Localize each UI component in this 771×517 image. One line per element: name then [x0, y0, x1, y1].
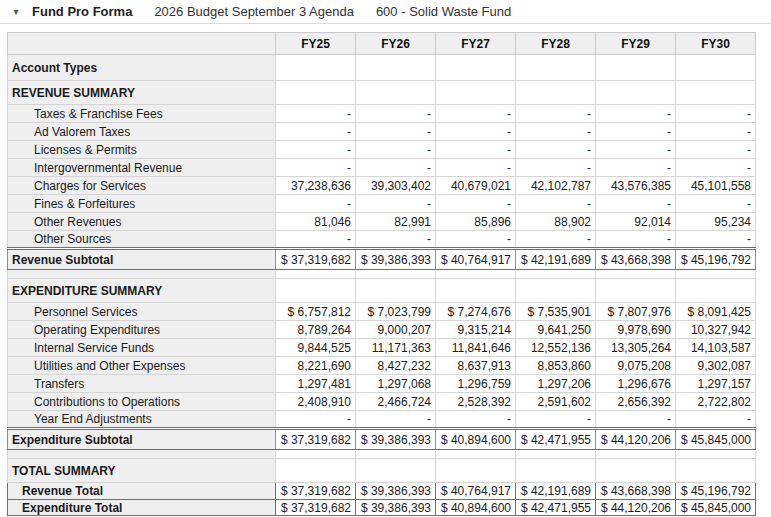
row-label: Other Sources: [8, 231, 276, 249]
value-cell: [596, 459, 676, 483]
value-cell: -: [356, 195, 436, 213]
value-cell: 9,315,214: [436, 321, 516, 339]
value-cell: $ 44,120,206: [596, 500, 676, 517]
value-cell: $ 40,894,600: [436, 500, 516, 517]
value-cell: $ 45,845,000: [676, 429, 756, 450]
table-row: Personnel Services$ 6,757,812$ 7,023,799…: [8, 303, 756, 321]
value-cell: $ 42,471,955: [516, 429, 596, 450]
row-label: Account Types: [8, 55, 276, 81]
value-cell: 11,841,646: [436, 339, 516, 357]
row-label: Personnel Services: [8, 303, 276, 321]
column-header: FY25: [276, 33, 356, 55]
value-cell: 1,296,759: [436, 375, 516, 393]
value-cell: 88,902: [516, 213, 596, 231]
value-cell: [276, 270, 356, 279]
row-label: REVENUE SUMMARY: [8, 81, 276, 105]
value-cell: 1,297,068: [356, 375, 436, 393]
value-cell: $ 7,807,976: [596, 303, 676, 321]
table-row: Charges for Services37,238,63639,303,402…: [8, 177, 756, 195]
value-cell: $ 6,757,812: [276, 303, 356, 321]
value-cell: 40,679,021: [436, 177, 516, 195]
value-cell: [356, 279, 436, 303]
row-label: Taxes & Franchise Fees: [8, 105, 276, 123]
value-cell: [676, 459, 756, 483]
value-cell: -: [516, 141, 596, 159]
value-cell: [516, 81, 596, 105]
page-title: Fund Pro Forma: [32, 4, 132, 19]
value-cell: -: [516, 411, 596, 429]
value-cell: 1,297,481: [276, 375, 356, 393]
table-row: EXPENDITURE SUMMARY: [8, 279, 756, 303]
value-cell: 81,046: [276, 213, 356, 231]
value-cell: -: [596, 105, 676, 123]
value-cell: $ 40,764,917: [436, 249, 516, 270]
value-cell: -: [516, 105, 596, 123]
value-cell: [276, 81, 356, 105]
row-label: Expenditure Subtotal: [8, 429, 276, 450]
value-cell: 42,102,787: [516, 177, 596, 195]
table-row: Year End Adjustments------: [8, 411, 756, 429]
corner-cell: [8, 33, 276, 55]
table-row: Revenue Subtotal$ 37,319,682$ 39,386,393…: [8, 249, 756, 270]
row-label: Internal Service Funds: [8, 339, 276, 357]
table-row: TOTAL SUMMARY: [8, 459, 756, 483]
value-cell: -: [436, 105, 516, 123]
value-cell: [676, 279, 756, 303]
value-cell: -: [596, 159, 676, 177]
value-cell: [596, 55, 676, 81]
value-cell: -: [436, 123, 516, 141]
value-cell: -: [356, 231, 436, 249]
table-row: Ad Valorem Taxes------: [8, 123, 756, 141]
row-label: [8, 270, 276, 279]
value-cell: 14,103,587: [676, 339, 756, 357]
column-header: FY30: [676, 33, 756, 55]
table-row: Utilities and Other Expenses8,221,6908,4…: [8, 357, 756, 375]
column-header: FY29: [596, 33, 676, 55]
value-cell: 9,302,087: [676, 357, 756, 375]
row-label: TOTAL SUMMARY: [8, 459, 276, 483]
value-cell: [276, 279, 356, 303]
collapse-section-icon[interactable]: ▾: [8, 7, 24, 17]
value-cell: -: [356, 141, 436, 159]
value-cell: -: [436, 195, 516, 213]
value-cell: $ 37,319,682: [276, 500, 356, 517]
value-cell: -: [436, 231, 516, 249]
value-cell: -: [676, 411, 756, 429]
value-cell: 2,466,724: [356, 393, 436, 411]
value-cell: 1,297,206: [516, 375, 596, 393]
value-cell: $ 42,191,689: [516, 249, 596, 270]
value-cell: [436, 279, 516, 303]
row-label: Utilities and Other Expenses: [8, 357, 276, 375]
value-cell: [516, 270, 596, 279]
value-cell: 2,591,602: [516, 393, 596, 411]
value-cell: $ 8,091,425: [676, 303, 756, 321]
value-cell: -: [276, 195, 356, 213]
value-cell: $ 43,668,398: [596, 249, 676, 270]
value-cell: 8,637,913: [436, 357, 516, 375]
value-cell: -: [516, 123, 596, 141]
fund-name-label: 600 - Solid Waste Fund: [376, 4, 511, 19]
value-cell: 2,408,910: [276, 393, 356, 411]
row-label: Licenses & Permits: [8, 141, 276, 159]
value-cell: 13,305,264: [596, 339, 676, 357]
value-cell: -: [516, 159, 596, 177]
value-cell: -: [596, 141, 676, 159]
value-cell: [436, 459, 516, 483]
table-row: Account Types: [8, 55, 756, 81]
value-cell: [356, 270, 436, 279]
value-cell: -: [676, 105, 756, 123]
value-cell: 11,171,363: [356, 339, 436, 357]
value-cell: 8,427,232: [356, 357, 436, 375]
value-cell: 95,234: [676, 213, 756, 231]
row-label: Revenue Total: [8, 483, 276, 500]
value-cell: -: [596, 195, 676, 213]
value-cell: [276, 450, 356, 459]
fund-pro-forma-header: ▾ Fund Pro Forma 2026 Budget September 3…: [0, 0, 771, 24]
table-row: Internal Service Funds9,844,52511,171,36…: [8, 339, 756, 357]
value-cell: [596, 81, 676, 105]
value-cell: [676, 55, 756, 81]
value-cell: [436, 81, 516, 105]
value-cell: 1,297,157: [676, 375, 756, 393]
value-cell: 2,528,392: [436, 393, 516, 411]
row-label: Expenditure Total: [8, 500, 276, 517]
